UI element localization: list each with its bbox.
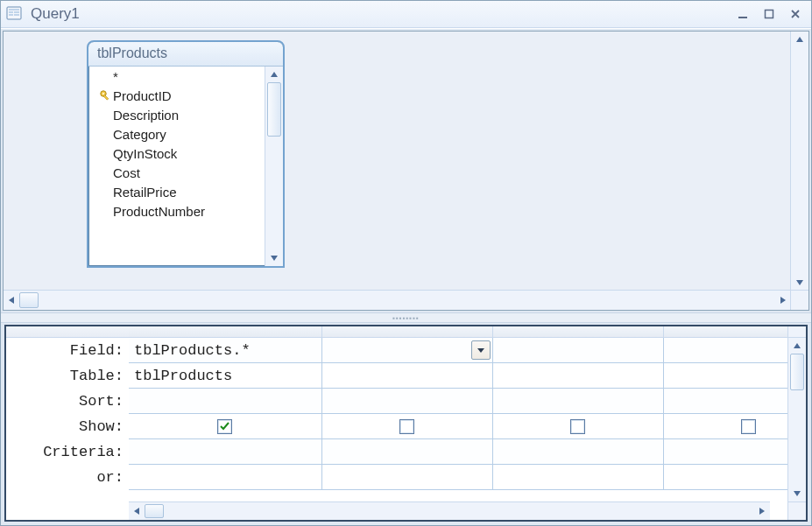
table-cell[interactable] — [663, 363, 787, 389]
or-cell[interactable] — [492, 465, 663, 490]
svg-rect-1 — [9, 9, 19, 11]
svg-rect-7 — [766, 11, 773, 18]
field-cell[interactable] — [492, 338, 663, 363]
scroll-down-icon[interactable] — [788, 486, 806, 501]
field-name: RetailPrice — [113, 185, 177, 200]
criteria-cell[interactable] — [321, 439, 492, 465]
field-name: * — [113, 69, 118, 84]
criteria-cell[interactable] — [129, 439, 321, 465]
field-item[interactable]: Cost — [88, 163, 265, 182]
scroll-left-icon[interactable] — [129, 502, 145, 520]
column-header[interactable] — [492, 326, 663, 338]
or-cell[interactable] — [129, 465, 321, 490]
field-value: tblProducts.* — [134, 342, 251, 359]
svg-rect-4 — [9, 14, 13, 16]
design-hscrollbar[interactable] — [4, 290, 791, 310]
sort-cell[interactable] — [492, 389, 663, 414]
show-checkbox[interactable] — [570, 419, 585, 434]
qbe-table: tblProducts.* — [129, 326, 787, 490]
close-button[interactable] — [783, 5, 808, 23]
show-cell[interactable] — [492, 414, 663, 439]
titlebar: Query1 — [1, 1, 811, 28]
qbe-row-labels: Field: Table: Sort: Show: Criteria: or: — [6, 326, 129, 520]
row-label-table: Table: — [6, 363, 129, 389]
scroll-corner — [790, 290, 808, 310]
field-name: ProductID — [113, 88, 172, 103]
scroll-thumb[interactable] — [790, 354, 804, 390]
svg-rect-10 — [103, 95, 109, 101]
field-item[interactable]: Description — [88, 105, 265, 124]
field-item[interactable]: ProductNumber — [88, 201, 265, 221]
field-name: QtyInStock — [113, 146, 177, 161]
scroll-thumb[interactable] — [19, 292, 39, 308]
row-label-sort: Sort: — [6, 389, 129, 414]
table-fieldlist[interactable]: tblProducts * — [87, 40, 285, 268]
qbe-grid: Field: Table: Sort: Show: Criteria: or: — [4, 325, 808, 522]
svg-point-9 — [102, 93, 104, 95]
qbe-vscrollbar[interactable] — [787, 326, 806, 520]
or-cell[interactable] — [663, 465, 787, 490]
row-label-field: Field: — [6, 338, 129, 363]
sort-cell[interactable] — [321, 389, 492, 414]
field-cell[interactable] — [663, 338, 787, 363]
scroll-left-icon[interactable] — [4, 291, 19, 310]
svg-rect-6 — [738, 17, 747, 18]
scroll-right-icon[interactable] — [754, 502, 770, 520]
field-name: Cost — [113, 165, 140, 180]
field-cell[interactable]: tblProducts.* — [129, 338, 321, 363]
field-dropdown-button[interactable] — [471, 340, 491, 360]
sort-cell[interactable] — [129, 389, 321, 414]
show-checkbox[interactable] — [399, 419, 414, 434]
scroll-up-icon[interactable] — [791, 32, 808, 47]
scroll-down-icon[interactable] — [265, 250, 283, 266]
table-cell[interactable]: tblProducts — [129, 363, 321, 389]
table-cell[interactable] — [321, 363, 492, 389]
criteria-cell[interactable] — [492, 439, 663, 465]
pane-splitter[interactable]: ▪▪▪▪▪▪▪▪ — [1, 312, 811, 323]
fieldlist-vscrollbar[interactable] — [265, 67, 283, 266]
qbe-hscrollbar[interactable] — [129, 501, 770, 520]
scroll-up-icon[interactable] — [265, 67, 283, 82]
sort-cell[interactable] — [663, 389, 787, 414]
field-item[interactable]: ProductID — [88, 86, 265, 105]
show-cell[interactable] — [129, 414, 321, 439]
row-label-show: Show: — [6, 414, 129, 439]
table-value: tblProducts — [134, 368, 232, 384]
field-item[interactable]: QtyInStock — [88, 144, 265, 163]
design-vscrollbar[interactable] — [790, 32, 808, 291]
svg-rect-2 — [9, 11, 13, 13]
table-cell[interactable] — [492, 363, 663, 389]
window-title: Query1 — [31, 5, 80, 23]
show-checkbox[interactable] — [741, 419, 756, 434]
minimize-button[interactable] — [731, 5, 755, 23]
row-label-criteria: Criteria: — [6, 439, 129, 465]
field-name: Category — [113, 127, 166, 142]
field-item[interactable]: RetailPrice — [88, 182, 265, 201]
svg-rect-5 — [14, 14, 19, 16]
scroll-thumb[interactable] — [145, 504, 164, 518]
field-item[interactable]: Category — [88, 124, 265, 144]
maximize-button[interactable] — [757, 5, 781, 23]
table-fieldlist-title[interactable]: tblProducts — [88, 42, 283, 67]
scroll-right-icon[interactable] — [775, 291, 791, 310]
field-list[interactable]: * ProductID — [88, 67, 265, 266]
field-cell[interactable] — [321, 338, 492, 363]
svg-rect-3 — [14, 11, 19, 13]
query-design-window: Query1 tblProducts * — [0, 0, 812, 526]
scroll-thumb[interactable] — [267, 82, 281, 137]
column-header[interactable] — [129, 326, 321, 338]
or-cell[interactable] — [321, 465, 492, 490]
column-header[interactable] — [663, 326, 787, 338]
scroll-down-icon[interactable] — [791, 275, 808, 291]
criteria-cell[interactable] — [663, 439, 787, 465]
query-icon — [6, 6, 24, 22]
show-cell[interactable] — [663, 414, 787, 439]
show-checkbox[interactable] — [217, 419, 232, 434]
scroll-up-icon[interactable] — [788, 338, 806, 354]
design-pane[interactable]: tblProducts * — [3, 31, 809, 311]
field-item[interactable]: * — [88, 67, 265, 86]
field-name: Description — [113, 108, 179, 123]
column-header[interactable] — [321, 326, 492, 338]
show-cell[interactable] — [321, 414, 492, 439]
primary-key-icon — [97, 89, 113, 102]
